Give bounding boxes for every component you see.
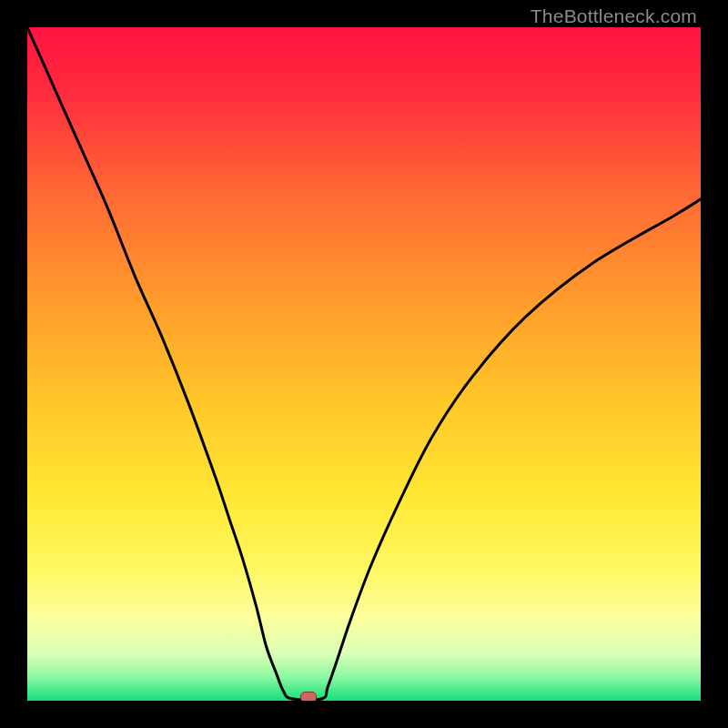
plot-area (27, 27, 701, 701)
watermark-text: TheBottleneck.com (531, 5, 697, 27)
chart-frame: TheBottleneck.com (0, 0, 728, 728)
optimum-marker (300, 692, 317, 701)
bottleneck-curve (27, 27, 701, 701)
